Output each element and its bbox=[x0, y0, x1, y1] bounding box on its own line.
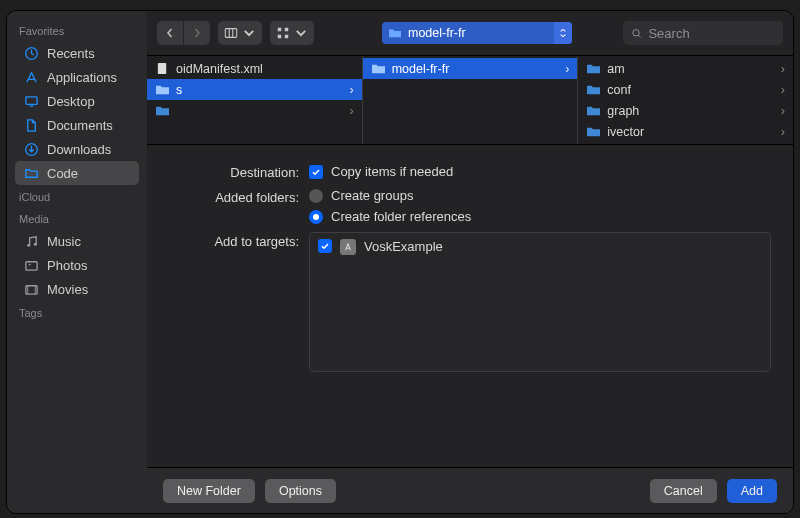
new-folder-button[interactable]: New Folder bbox=[163, 479, 255, 503]
bottom-bar: New Folder Options Cancel Add bbox=[147, 467, 793, 513]
path-control[interactable]: model-fr-fr bbox=[382, 22, 572, 44]
svg-rect-8 bbox=[225, 29, 236, 38]
columns-view-icon bbox=[224, 26, 238, 40]
svg-point-6 bbox=[28, 263, 30, 265]
add-to-targets-label: Add to targets: bbox=[169, 232, 299, 372]
apps-icon bbox=[23, 69, 39, 85]
group-selector[interactable] bbox=[270, 21, 314, 45]
folder-icon bbox=[586, 125, 601, 138]
sidebar-item-label: Downloads bbox=[47, 142, 111, 157]
music-icon bbox=[23, 233, 39, 249]
folder-row[interactable]: graph › bbox=[578, 100, 793, 121]
chevron-right-icon: › bbox=[350, 104, 354, 118]
svg-rect-14 bbox=[158, 63, 166, 74]
folder-icon bbox=[23, 165, 39, 181]
clock-icon bbox=[23, 45, 39, 61]
sidebar-item-documents[interactable]: Documents bbox=[15, 113, 139, 137]
row-label: am bbox=[607, 62, 624, 76]
sidebar-group-favorites: Favorites bbox=[15, 19, 139, 41]
sidebar-group-icloud: iCloud bbox=[15, 185, 139, 207]
copy-items-checkbox-row[interactable]: Copy items if needed bbox=[309, 163, 771, 180]
main-panel: model-fr-fr oidManifest.xml bbox=[147, 11, 793, 513]
target-name: VoskExample bbox=[364, 239, 443, 254]
back-button[interactable] bbox=[157, 21, 183, 45]
movies-icon bbox=[23, 281, 39, 297]
sidebar-item-label: Recents bbox=[47, 46, 95, 61]
sidebar-item-applications[interactable]: Applications bbox=[15, 65, 139, 89]
browser-column-2[interactable]: am › conf › graph › ive bbox=[578, 56, 793, 144]
targets-list[interactable]: VoskExample bbox=[309, 232, 771, 372]
sidebar-item-photos[interactable]: Photos bbox=[15, 253, 139, 277]
svg-rect-12 bbox=[285, 35, 289, 39]
checkbox-checked-icon bbox=[309, 165, 323, 179]
folder-row[interactable]: conf › bbox=[578, 79, 793, 100]
folder-icon bbox=[155, 104, 170, 117]
folder-row[interactable]: model-fr-fr › bbox=[363, 58, 578, 79]
folder-icon bbox=[155, 83, 170, 96]
file-row[interactable]: oidManifest.xml bbox=[147, 58, 362, 79]
folder-row[interactable]: s › bbox=[147, 79, 362, 100]
folder-row[interactable]: am › bbox=[578, 58, 793, 79]
flex-spacer bbox=[147, 382, 793, 467]
documents-icon bbox=[23, 117, 39, 133]
radio-label: Create groups bbox=[331, 188, 413, 203]
search-field[interactable] bbox=[623, 21, 783, 45]
create-groups-radio[interactable]: Create groups bbox=[309, 188, 771, 203]
create-folder-references-radio[interactable]: Create folder references bbox=[309, 209, 771, 224]
sidebar-item-music[interactable]: Music bbox=[15, 229, 139, 253]
row-label: ivector bbox=[607, 125, 644, 139]
svg-rect-11 bbox=[278, 35, 282, 39]
sidebar-item-downloads[interactable]: Downloads bbox=[15, 137, 139, 161]
app-icon bbox=[340, 239, 356, 255]
search-icon bbox=[631, 27, 642, 40]
file-icon bbox=[155, 62, 170, 75]
chevron-right-icon: › bbox=[565, 62, 569, 76]
svg-rect-9 bbox=[278, 28, 282, 32]
row-label: model-fr-fr bbox=[392, 62, 450, 76]
svg-rect-10 bbox=[285, 28, 289, 32]
sidebar-item-label: Photos bbox=[47, 258, 87, 273]
browser-column-1[interactable]: model-fr-fr › bbox=[363, 56, 579, 144]
chevron-right-icon: › bbox=[781, 125, 785, 139]
chevron-right-icon: › bbox=[781, 104, 785, 118]
sidebar-item-label: Code bbox=[47, 166, 78, 181]
sidebar-item-code[interactable]: Code bbox=[15, 161, 139, 185]
added-folders-radiogroup: Create groups Create folder references bbox=[309, 188, 771, 224]
svg-point-13 bbox=[633, 29, 639, 35]
sidebar-group-media: Media bbox=[15, 207, 139, 229]
radio-selected-icon bbox=[309, 210, 323, 224]
destination-label: Destination: bbox=[169, 163, 299, 180]
column-browser: oidManifest.xml s › › bbox=[147, 55, 793, 145]
options-button[interactable]: Options bbox=[265, 479, 336, 503]
add-button[interactable]: Add bbox=[727, 479, 777, 503]
path-dropdown[interactable] bbox=[554, 22, 572, 44]
forward-button[interactable] bbox=[184, 21, 210, 45]
browser-column-0[interactable]: oidManifest.xml s › › bbox=[147, 56, 363, 144]
sidebar-item-movies[interactable]: Movies bbox=[15, 277, 139, 301]
options-form: Destination: Copy items if needed Added … bbox=[147, 145, 793, 382]
sidebar-item-desktop[interactable]: Desktop bbox=[15, 89, 139, 113]
added-folders-label: Added folders: bbox=[169, 188, 299, 224]
search-input[interactable] bbox=[648, 26, 775, 41]
checkbox-checked-icon bbox=[318, 239, 332, 253]
chevron-down-icon bbox=[294, 26, 308, 40]
folder-icon bbox=[371, 62, 386, 75]
cancel-button[interactable]: Cancel bbox=[650, 479, 717, 503]
chevron-right-icon: › bbox=[350, 83, 354, 97]
svg-point-3 bbox=[27, 243, 30, 246]
sidebar-item-label: Music bbox=[47, 234, 81, 249]
folder-icon bbox=[586, 83, 601, 96]
folder-icon bbox=[388, 27, 402, 39]
sidebar-group-tags: Tags bbox=[15, 301, 139, 323]
chevron-right-icon: › bbox=[781, 83, 785, 97]
sidebar-item-recents[interactable]: Recents bbox=[15, 41, 139, 65]
radio-label: Create folder references bbox=[331, 209, 471, 224]
folder-icon bbox=[586, 62, 601, 75]
folder-row[interactable]: ivector › bbox=[578, 121, 793, 142]
svg-point-4 bbox=[33, 242, 36, 245]
downloads-icon bbox=[23, 141, 39, 157]
folder-row[interactable]: › bbox=[147, 100, 362, 121]
sidebar-item-label: Movies bbox=[47, 282, 88, 297]
view-mode-selector[interactable] bbox=[218, 21, 262, 45]
nav-buttons bbox=[157, 21, 210, 45]
